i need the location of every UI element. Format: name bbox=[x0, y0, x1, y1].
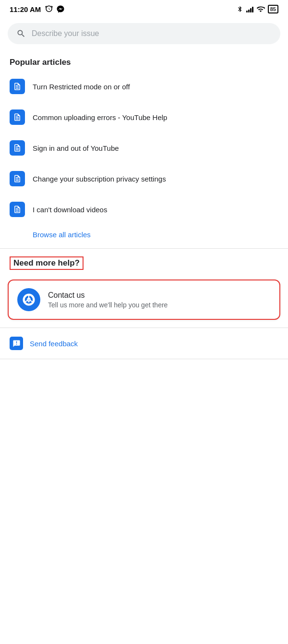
status-bar: 11:20 AM 85 bbox=[0, 0, 288, 17]
contact-us-subtitle: Tell us more and we'll help you get ther… bbox=[48, 301, 168, 309]
svg-line-4 bbox=[30, 300, 33, 302]
list-item[interactable]: Turn Restricted mode on or off bbox=[0, 71, 288, 102]
article-text: Turn Restricted mode on or off bbox=[33, 82, 130, 92]
contact-us-icon bbox=[17, 288, 40, 311]
status-left: 11:20 AM bbox=[10, 5, 65, 13]
alarm-icon bbox=[45, 5, 53, 13]
article-doc-icon bbox=[10, 109, 25, 125]
feedback-icon bbox=[10, 337, 23, 350]
list-item[interactable]: Change your subscription privacy setting… bbox=[0, 163, 288, 194]
battery-icon: 85 bbox=[268, 5, 278, 13]
browse-all-articles-link[interactable]: Browse all articles bbox=[0, 225, 288, 248]
list-item[interactable]: Sign in and out of YouTube bbox=[0, 133, 288, 163]
send-feedback-label: Send feedback bbox=[30, 340, 78, 348]
article-list: Turn Restricted mode on or off Common up… bbox=[0, 71, 288, 225]
search-bar[interactable]: Describe your issue bbox=[8, 23, 280, 44]
search-placeholder: Describe your issue bbox=[32, 29, 99, 38]
wifi-icon bbox=[256, 5, 265, 13]
article-doc-icon bbox=[10, 202, 25, 217]
bluetooth-icon bbox=[237, 5, 243, 13]
contact-us-title: Contact us bbox=[48, 291, 168, 300]
divider-3 bbox=[0, 359, 288, 359]
send-feedback-row[interactable]: Send feedback bbox=[0, 328, 288, 359]
svg-line-5 bbox=[25, 300, 28, 302]
need-more-help-title: Need more help? bbox=[10, 256, 84, 270]
need-more-help-section: Need more help? bbox=[0, 249, 288, 276]
article-text: I can't download videos bbox=[33, 205, 107, 215]
search-icon bbox=[16, 29, 26, 38]
contact-card-wrapper: Contact us Tell us more and we'll help y… bbox=[0, 276, 288, 328]
time-display: 11:20 AM bbox=[10, 5, 41, 13]
article-text: Change your subscription privacy setting… bbox=[33, 174, 166, 184]
list-item[interactable]: Common uploading errors - YouTube Help bbox=[0, 102, 288, 133]
status-right: 85 bbox=[237, 5, 278, 13]
contact-text-group: Contact us Tell us more and we'll help y… bbox=[48, 291, 168, 309]
search-bar-container: Describe your issue bbox=[0, 17, 288, 52]
article-text: Common uploading errors - YouTube Help bbox=[33, 112, 167, 122]
messenger-icon bbox=[56, 5, 65, 13]
article-doc-icon bbox=[10, 171, 25, 186]
article-doc-icon bbox=[10, 140, 25, 156]
status-icons-left bbox=[45, 5, 65, 13]
popular-articles-section: Popular articles Turn Restricted mode on… bbox=[0, 52, 288, 248]
list-item[interactable]: I can't download videos bbox=[0, 194, 288, 225]
popular-articles-title: Popular articles bbox=[0, 52, 288, 71]
article-text: Sign in and out of YouTube bbox=[33, 143, 119, 153]
article-doc-icon bbox=[10, 79, 25, 94]
contact-us-card[interactable]: Contact us Tell us more and we'll help y… bbox=[8, 279, 280, 320]
signal-bars-icon bbox=[246, 6, 253, 12]
